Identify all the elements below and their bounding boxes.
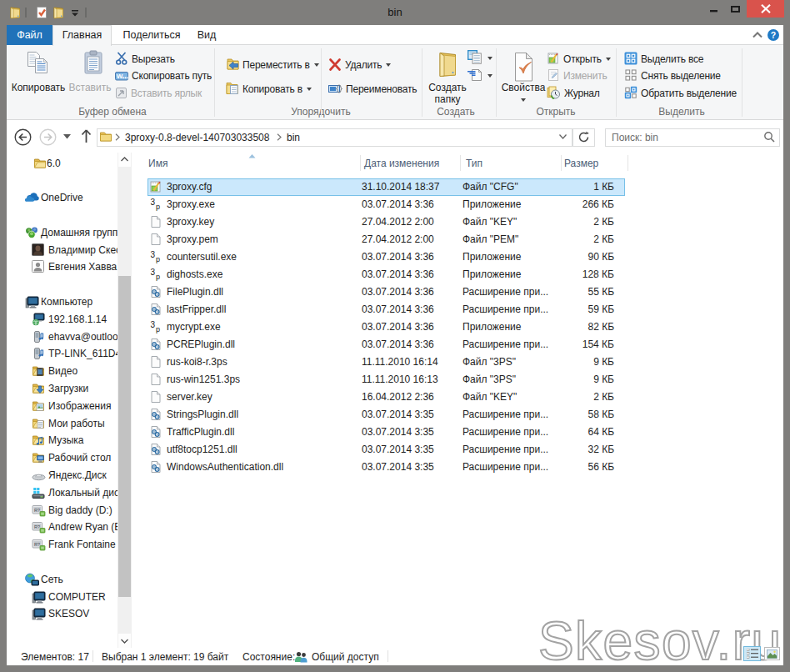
svg-text:?: ?	[771, 30, 776, 40]
svg-text:W: W	[117, 73, 123, 80]
